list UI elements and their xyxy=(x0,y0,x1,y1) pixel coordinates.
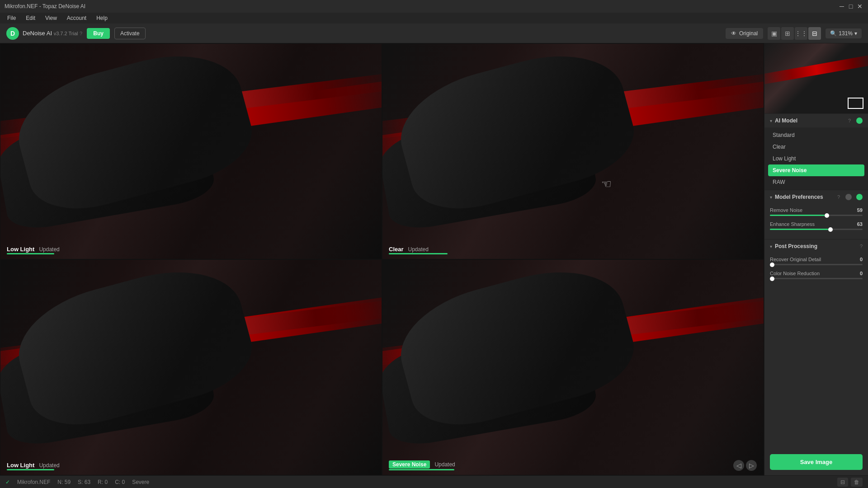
toolbar: D DeNoise AI v3.7.2 Trial ? Buy Activate… xyxy=(0,23,868,43)
nav-prev-button[interactable]: ◁ xyxy=(733,460,744,471)
panel-bar-bottom-right xyxy=(389,469,454,470)
model-prefs-toggle[interactable] xyxy=(845,194,852,200)
logo-area: D DeNoise AI v3.7.2 Trial ? xyxy=(6,27,82,40)
model-preferences-content: Remove Noise 59 Enhance Sharpness 63 xyxy=(764,204,868,239)
recover-detail-slider-thumb[interactable] xyxy=(770,263,774,267)
save-button-container: Save Image xyxy=(764,449,868,475)
panel-status-bottom-right: Updated xyxy=(434,461,455,468)
panel-label-top-right: Clear Updated xyxy=(389,246,429,253)
status-n-value: 59 xyxy=(65,479,71,485)
remove-noise-label: Remove Noise xyxy=(770,207,802,213)
panel-model-top-left: Low Light xyxy=(7,246,34,253)
status-delete-button[interactable]: 🗑 xyxy=(851,478,863,487)
right-panel-spacer xyxy=(764,288,868,449)
canvas-area: Low Light Updated Clear Updated xyxy=(0,43,764,475)
model-prefs-help-icon[interactable]: ? xyxy=(837,194,840,200)
color-noise-slider-track[interactable] xyxy=(770,278,863,279)
model-standard[interactable]: Standard xyxy=(768,129,864,141)
ai-model-section-header[interactable]: ▾ AI Model ? xyxy=(764,113,868,127)
panel-bottom-left[interactable]: Low Light Updated xyxy=(0,259,382,475)
color-noise-value: 0 xyxy=(860,271,863,276)
status-s-label: S: xyxy=(78,479,83,485)
enhance-sharpness-label: Enhance Sharpness xyxy=(770,221,815,227)
app-version: v3.7.2 Trial xyxy=(54,31,78,36)
right-panel: ▾ AI Model ? Standard Clear Low Light Se… xyxy=(764,43,868,475)
view-single-button[interactable]: ▣ xyxy=(768,27,780,40)
remove-noise-label-row: Remove Noise 59 xyxy=(770,207,863,213)
window-controls[interactable]: ─ □ ✕ xyxy=(838,3,863,10)
view-mode-buttons: ▣ ⊞ ⋮⋮ ⊟ xyxy=(768,27,821,40)
model-clear[interactable]: Clear xyxy=(768,141,864,153)
app-logo: D xyxy=(6,27,19,40)
recover-detail-value: 0 xyxy=(860,257,863,262)
help-icon[interactable]: ? xyxy=(80,31,82,36)
status-r: R: 0 xyxy=(98,479,108,485)
close-button[interactable]: ✕ xyxy=(856,3,863,10)
ai-model-collapse-icon: ▾ xyxy=(770,118,772,123)
nav-next-button[interactable]: ▷ xyxy=(746,460,757,471)
panel-bottom-right[interactable]: Severe Noise Updated xyxy=(382,259,764,475)
panel-bar-bottom-left xyxy=(7,469,54,470)
status-n-label: N: xyxy=(57,479,63,485)
thumbnail-preview[interactable] xyxy=(764,43,868,113)
status-s: S: 63 xyxy=(78,479,90,485)
ai-model-help-icon[interactable]: ? xyxy=(848,118,851,123)
model-low-light[interactable]: Low Light xyxy=(768,153,864,164)
remove-noise-slider-thumb[interactable] xyxy=(825,213,829,218)
zoom-level: 131% xyxy=(839,30,853,37)
remove-noise-control: Remove Noise 59 xyxy=(770,207,863,216)
activate-button[interactable]: Activate xyxy=(114,28,146,39)
model-prefs-section-header[interactable]: ▾ Model Preferences ? xyxy=(764,190,868,204)
enhance-sharpness-slider-thumb[interactable] xyxy=(828,227,833,232)
view-quad-button[interactable]: ⊟ xyxy=(808,27,821,40)
panel-model-top-right: Clear xyxy=(389,246,404,253)
panel-model-bottom-left: Low Light xyxy=(7,462,34,469)
menu-bar: File Edit View Account Help xyxy=(0,13,868,23)
thumbnail-viewport xyxy=(848,98,863,109)
panel-bar-top-left xyxy=(7,253,54,254)
status-c-value: 0 xyxy=(122,479,125,485)
menu-account[interactable]: Account xyxy=(62,14,91,22)
menu-help[interactable]: Help xyxy=(92,14,112,22)
ai-model-toggle[interactable] xyxy=(856,117,863,124)
menu-view[interactable]: View xyxy=(41,14,61,22)
minimize-button[interactable]: ─ xyxy=(838,3,845,10)
panel-top-left[interactable]: Low Light Updated xyxy=(0,43,382,259)
post-processing-help-icon[interactable]: ? xyxy=(860,244,863,249)
maximize-button[interactable]: □ xyxy=(847,3,854,10)
view-side-button[interactable]: ⋮⋮ xyxy=(795,27,807,40)
model-prefs-activate[interactable] xyxy=(856,194,863,200)
eye-icon: 👁 xyxy=(731,30,736,37)
zoom-icon: 🔍 xyxy=(830,30,837,37)
panel-bar-top-right xyxy=(389,253,448,254)
panel-image-bottom-right xyxy=(382,260,764,475)
model-raw[interactable]: RAW xyxy=(768,176,864,188)
color-noise-label: Color Noise Reduction xyxy=(770,271,820,276)
post-processing-section-header[interactable]: ▾ Post Processing ? xyxy=(764,239,868,253)
zoom-control[interactable]: 🔍 131% ▾ xyxy=(826,28,862,38)
model-severe-noise[interactable]: Severe Noise xyxy=(768,164,864,176)
original-button[interactable]: 👁 Original xyxy=(726,28,763,39)
panel-top-right[interactable]: Clear Updated xyxy=(382,43,764,259)
save-image-button[interactable]: Save Image xyxy=(770,454,863,470)
enhance-sharpness-slider-fill xyxy=(770,229,828,230)
remove-noise-slider-track[interactable] xyxy=(770,215,863,216)
app-name: DeNoise AI xyxy=(23,30,52,37)
recover-detail-slider-track[interactable] xyxy=(770,264,863,265)
status-check-icon: ✓ xyxy=(5,479,10,485)
view-split-button[interactable]: ⊞ xyxy=(781,27,794,40)
status-r-label: R: xyxy=(98,479,103,485)
post-processing-collapse-icon: ▾ xyxy=(770,244,772,249)
menu-edit[interactable]: Edit xyxy=(21,14,40,22)
recover-detail-label: Recover Original Detail xyxy=(770,257,821,262)
menu-file[interactable]: File xyxy=(3,14,20,22)
color-noise-slider-thumb[interactable] xyxy=(770,277,774,281)
panel-status-bottom-left: Updated xyxy=(39,462,59,469)
status-r-value: 0 xyxy=(104,479,108,485)
status-n: N: 59 xyxy=(57,479,71,485)
status-reset-button[interactable]: ⊟ xyxy=(837,478,848,487)
color-noise-label-row: Color Noise Reduction 0 xyxy=(770,271,863,276)
buy-button[interactable]: Buy xyxy=(87,28,110,39)
recover-detail-label-row: Recover Original Detail 0 xyxy=(770,257,863,262)
enhance-sharpness-slider-track[interactable] xyxy=(770,229,863,230)
